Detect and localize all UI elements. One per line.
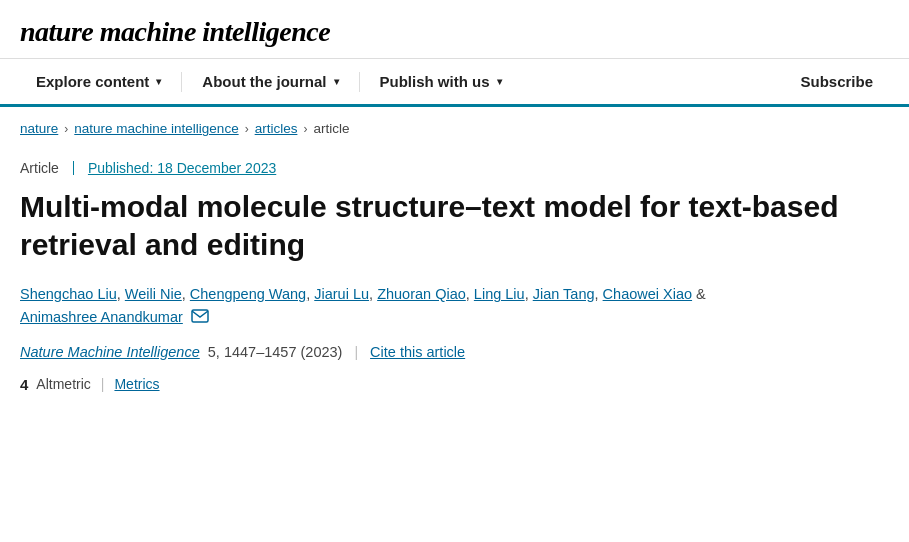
nav-publish-with-us-label: Publish with us (380, 73, 490, 90)
citation-details: 5, 1447–1457 (2023) (208, 344, 343, 360)
altmetric-row: 4 Altmetric | Metrics (0, 366, 909, 401)
site-header: nature machine intelligence (0, 0, 909, 59)
author-weili-nie[interactable]: Weili Nie (125, 286, 182, 302)
article-authors: Shengchao Liu, Weili Nie, Chengpeng Wang… (0, 275, 860, 336)
author-ling-liu[interactable]: Ling Liu (474, 286, 525, 302)
nav-subscribe-button[interactable]: Subscribe (784, 59, 889, 104)
metrics-link[interactable]: Metrics (114, 376, 159, 392)
author-chaowei-xiao[interactable]: Chaowei Xiao (603, 286, 692, 302)
email-icon[interactable] (191, 307, 209, 330)
nav-explore-content-label: Explore content (36, 73, 149, 90)
nav-publish-with-us[interactable]: Publish with us ▾ (364, 59, 518, 104)
breadcrumb-nmi[interactable]: nature machine intelligence (74, 121, 238, 136)
nav-divider-1 (181, 72, 182, 92)
nav-about-journal[interactable]: About the journal ▾ (186, 59, 354, 104)
altmetric-label: Altmetric (36, 376, 90, 392)
nav-explore-content[interactable]: Explore content ▾ (20, 59, 177, 104)
author-chengpeng-wang[interactable]: Chengpeng Wang (190, 286, 306, 302)
breadcrumb-sep-1: › (64, 122, 68, 136)
breadcrumb: nature › nature machine intelligence › a… (0, 107, 909, 142)
article-meta: Article Published: 18 December 2023 (0, 142, 909, 180)
breadcrumb-nature[interactable]: nature (20, 121, 58, 136)
article-title: Multi-modal molecule structure–text mode… (0, 180, 860, 275)
meta-divider (73, 161, 74, 175)
main-nav: Explore content ▾ About the journal ▾ Pu… (0, 59, 909, 107)
chevron-down-icon: ▾ (156, 76, 161, 87)
author-animashree-anandkumar[interactable]: Animashree Anandkumar (20, 309, 183, 325)
author-zhuoran-qiao[interactable]: Zhuoran Qiao (377, 286, 466, 302)
author-shengchao-liu[interactable]: Shengchao Liu (20, 286, 117, 302)
cite-separator: | (354, 344, 358, 360)
cite-this-article-link[interactable]: Cite this article (370, 344, 465, 360)
chevron-down-icon-3: ▾ (497, 76, 502, 87)
article-type: Article (20, 160, 59, 176)
site-logo: nature machine intelligence (20, 16, 889, 48)
altmetric-count: 4 (20, 376, 28, 393)
chevron-down-icon-2: ▾ (334, 76, 339, 87)
breadcrumb-articles[interactable]: articles (255, 121, 298, 136)
author-jian-tang[interactable]: Jian Tang (533, 286, 595, 302)
breadcrumb-sep-3: › (303, 122, 307, 136)
breadcrumb-current: article (313, 121, 349, 136)
nav-about-journal-label: About the journal (202, 73, 326, 90)
journal-citation: Nature Machine Intelligence 5, 1447–1457… (0, 336, 909, 366)
journal-name-link[interactable]: Nature Machine Intelligence (20, 344, 200, 360)
breadcrumb-sep-2: › (245, 122, 249, 136)
altmetric-divider: | (101, 376, 105, 392)
svg-rect-0 (192, 310, 208, 322)
nav-divider-2 (359, 72, 360, 92)
published-date[interactable]: Published: 18 December 2023 (88, 160, 276, 176)
author-jiarui-lu[interactable]: Jiarui Lu (314, 286, 369, 302)
